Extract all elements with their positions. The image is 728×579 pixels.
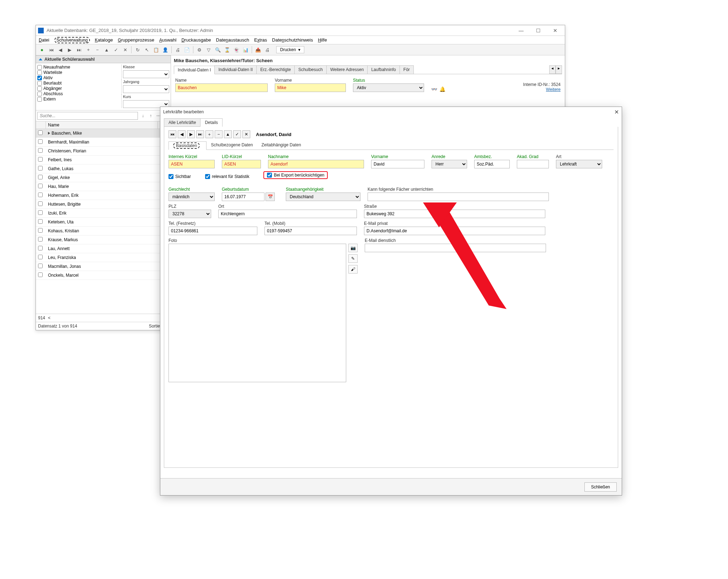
menu-hilfe[interactable]: Hilfe <box>318 37 327 43</box>
foto-edit-icon[interactable]: ✎ <box>348 254 358 263</box>
rec-last-icon[interactable]: ⏭ <box>196 130 204 138</box>
row-checkbox[interactable] <box>38 272 43 277</box>
glasses-icon[interactable]: 👓 <box>431 86 437 92</box>
student-row[interactable]: Onckels, Marcel1 <box>36 271 171 280</box>
filter-beurlaubt[interactable]: Beurlaubt <box>37 81 121 86</box>
tab-details[interactable]: Details <box>200 118 223 127</box>
student-row[interactable]: Christensen, Florian1 <box>36 147 171 156</box>
minimize-button[interactable]: — <box>516 28 526 33</box>
nav-prev-icon[interactable]: ◀ <box>57 46 64 54</box>
student-row[interactable]: Leu, Franziska1 <box>36 253 171 262</box>
search-input[interactable] <box>37 112 138 120</box>
filter-abschluss[interactable]: Abschluss <box>37 91 121 96</box>
student-row[interactable]: Krause, Markus1 <box>36 236 171 244</box>
calendar-icon[interactable]: 📅 <box>266 193 275 201</box>
nav-first-icon[interactable]: ⏮ <box>47 46 55 54</box>
student-row[interactable]: Bauschen, Mike1 <box>36 129 171 138</box>
print-dropdown-button[interactable]: Drucken▾ <box>276 46 304 53</box>
print-icon[interactable]: 🖨 <box>174 46 182 54</box>
row-checkbox[interactable] <box>38 255 43 259</box>
up-icon[interactable]: ▲ <box>103 46 111 54</box>
sort-down-icon[interactable]: ↓ <box>140 113 146 119</box>
filter-abgaenger[interactable]: Abgänger <box>37 86 121 91</box>
student-row[interactable]: Ketelsen, Uta1 <box>36 218 171 227</box>
input-geburt[interactable] <box>222 193 264 201</box>
sort-up-icon[interactable]: ↑ <box>148 113 154 119</box>
refresh-icon[interactable]: ↻ <box>134 46 141 54</box>
subtab-basisdaten[interactable]: Basisdaten <box>168 141 207 150</box>
maximize-button[interactable]: ☐ <box>533 28 544 33</box>
user-icon[interactable]: 👤 <box>161 46 169 54</box>
tab-schulbesuch[interactable]: Schulbesuch <box>294 65 327 74</box>
select-plz[interactable]: 32278 <box>168 210 211 218</box>
input-grad[interactable] <box>517 160 549 168</box>
menu-auswahl[interactable]: Auswahl <box>159 37 176 43</box>
menu-schulverwaltung[interactable]: Schulverwaltung <box>54 37 90 43</box>
tool1-icon[interactable]: ⚙ <box>196 46 203 54</box>
tool6-icon[interactable]: 📊 <box>242 46 250 54</box>
tool7-icon[interactable]: 📤 <box>254 46 262 54</box>
student-row[interactable]: Kohaus, Kristian1 <box>36 227 171 236</box>
input-faecher[interactable] <box>368 193 549 201</box>
rec-prev-icon[interactable]: ◀ <box>178 130 186 138</box>
row-checkbox[interactable] <box>38 264 43 268</box>
tool8-icon[interactable]: 🖨 <box>263 46 271 54</box>
weitere-link[interactable]: Weitere <box>546 87 561 92</box>
tab-individual-2[interactable]: Individual-Daten II <box>214 65 257 74</box>
menu-datenschutz[interactable]: Datenschutzhinweis <box>272 37 313 43</box>
menu-kataloge[interactable]: Kataloge <box>95 37 113 43</box>
input-lid[interactable] <box>222 160 261 168</box>
pointer-icon[interactable]: ↖ <box>143 46 151 54</box>
bell-icon[interactable]: 🔔 <box>439 86 445 92</box>
input-strasse[interactable] <box>364 210 545 218</box>
row-checkbox[interactable] <box>38 201 43 206</box>
filter-aktiv[interactable]: Aktiv <box>37 75 121 80</box>
nav-last-icon[interactable]: ⏭ <box>75 46 83 54</box>
rec-check-icon[interactable]: ✓ <box>233 130 241 138</box>
menu-datei[interactable]: Datei <box>39 37 49 43</box>
student-row[interactable]: Izuki, Erik1 <box>36 209 171 218</box>
select-art[interactable]: Lehrkraft <box>556 160 602 168</box>
filter-neuaufnahme[interactable]: Neuaufnahme <box>37 65 121 70</box>
student-list[interactable]: Bauschen, Mike1Bernhardt, Maximilian1Chr… <box>36 129 171 314</box>
row-checkbox[interactable] <box>38 130 43 135</box>
tab-individual-1[interactable]: Individual-Daten I <box>174 66 215 74</box>
tab-scroll-left-icon[interactable]: ◂ <box>549 65 556 74</box>
row-checkbox[interactable] <box>38 246 43 250</box>
klasse-select[interactable] <box>123 70 169 78</box>
status-select-main[interactable]: Aktiv <box>353 83 424 92</box>
filter-extern[interactable]: Extern <box>37 97 121 102</box>
filter-icon[interactable]: ▽ <box>205 46 213 54</box>
cb-statistik[interactable]: relevant für Statistik <box>205 174 249 179</box>
subtab-zeitabhaengige[interactable]: Zeitabhängige Daten <box>257 141 305 150</box>
close-button[interactable]: ✕ <box>550 28 561 33</box>
jahrgang-select[interactable] <box>123 85 169 93</box>
name-input[interactable] <box>175 83 268 92</box>
student-row[interactable]: Gathe, Lukas1 <box>36 164 171 173</box>
student-row[interactable]: Hau, Marie1 <box>36 182 171 191</box>
collapse-arrow-icon[interactable] <box>39 58 42 60</box>
student-row[interactable]: Felbert, Ines1 <box>36 156 171 164</box>
tab-laufbahn[interactable]: Laufbahninfo <box>367 65 400 74</box>
input-email-dienstlich[interactable] <box>365 244 546 252</box>
input-festnetz[interactable] <box>168 227 257 235</box>
select-geschlecht[interactable]: männlich <box>168 193 215 201</box>
row-checkbox[interactable] <box>38 184 43 188</box>
close-button[interactable]: Schließen <box>584 482 617 492</box>
row-checkbox[interactable] <box>38 157 43 162</box>
menu-druckausgabe[interactable]: Druckausgabe <box>181 37 211 43</box>
copy-icon[interactable]: 📋 <box>152 46 160 54</box>
nav-next-icon[interactable]: ▶ <box>66 46 74 54</box>
cb-sichtbar[interactable]: Sichtbar <box>168 174 191 179</box>
row-checkbox[interactable] <box>38 175 43 179</box>
tool5-icon[interactable]: 👻 <box>232 46 240 54</box>
input-amtsbez[interactable] <box>474 160 510 168</box>
row-checkbox[interactable] <box>38 148 43 153</box>
print2-icon[interactable]: 📄 <box>183 46 191 54</box>
menu-datenaustausch[interactable]: Datenaustausch <box>216 37 249 43</box>
row-checkbox[interactable] <box>38 139 43 144</box>
rec-plus-icon[interactable]: ＋ <box>205 130 213 138</box>
cancel-icon[interactable]: ✕ <box>121 46 129 54</box>
foto-camera-icon[interactable]: 📷 <box>348 244 358 252</box>
dialog-close-icon[interactable]: ✕ <box>614 109 619 115</box>
